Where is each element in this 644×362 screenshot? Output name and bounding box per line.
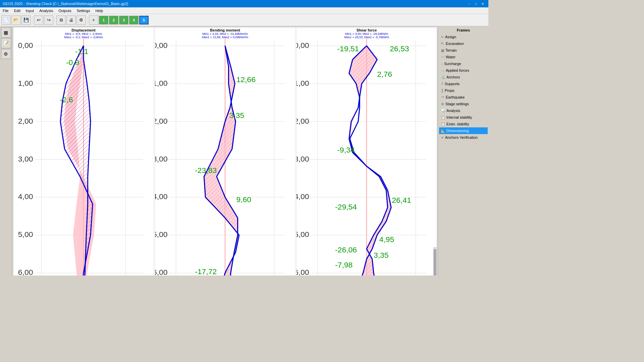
frame-icon-3: 〰	[441, 55, 444, 59]
frame-item-terrain[interactable]: ▦ Terrain	[439, 47, 488, 54]
main-layout: ▦ 📝 ⚙ Displacement Min1 = -0,5; Min2 = -…	[0, 26, 488, 276]
stage-5-button[interactable]: 5	[139, 16, 149, 24]
stage-3-button[interactable]: 3	[119, 16, 128, 24]
print-button[interactable]: 🖨	[66, 15, 76, 25]
frame-label-3: Water	[446, 55, 455, 59]
frame-item-stage-settings[interactable]: ⚙ Stage settings	[439, 101, 488, 107]
text-view-button[interactable]: 📝	[1, 38, 11, 48]
frame-label-8: Props	[445, 88, 454, 93]
frame-item-assign[interactable]: ✏ Assign	[439, 34, 488, 40]
menu-item-file[interactable]: File	[0, 7, 11, 14]
menu-item-edit[interactable]: Edit	[11, 7, 23, 14]
svg-text:-29,54: -29,54	[335, 202, 357, 211]
svg-text:5,00: 5,00	[18, 230, 33, 239]
frame-icon-14: 📐	[441, 129, 445, 133]
close-button[interactable]: ✕	[480, 1, 486, 6]
svg-text:26,53: 26,53	[390, 44, 409, 53]
bending-subtitle2: Max1 = 12,66; Max2 = 0,00kNm/m	[155, 36, 295, 39]
svg-text:-7,98: -7,98	[335, 260, 353, 269]
frame-item-anchors[interactable]: ⚓ Anchors	[439, 74, 488, 80]
gear-view-button[interactable]: ⚙	[1, 49, 11, 59]
svg-text:1,00: 1,00	[297, 79, 309, 87]
frame-item-supports[interactable]: ┴ Supports	[439, 80, 488, 87]
settings-button[interactable]: ⚙	[76, 15, 86, 25]
bending-svg: 0,00 1,00 2,00 3,00 4,00 5,00 6,00 7,00 …	[155, 39, 295, 276]
stage-4-button[interactable]: 4	[129, 16, 139, 24]
frame-label-5: Applied forces	[446, 68, 469, 72]
frame-label-9: Earthquake	[446, 95, 465, 99]
svg-text:3,00: 3,00	[297, 155, 309, 163]
frame-icon-0: ✏	[441, 35, 444, 39]
copy-button[interactable]: ⧉	[56, 15, 66, 25]
toolbar-separator-3	[87, 16, 88, 24]
menu-item-help[interactable]: Help	[93, 7, 106, 14]
bending-subtitle1: Min1 = 3,33; Min2 = -31,84kNm/m	[155, 32, 295, 36]
frame-item-surcharge[interactable]: ↓ Surcharge	[439, 60, 488, 67]
stage-2-button[interactable]: 2	[109, 16, 118, 24]
menu-item-analysis[interactable]: Analysis	[37, 7, 56, 14]
frame-label-0: Assign	[445, 35, 456, 39]
frame-label-14: Dimensioning	[446, 129, 469, 133]
minimize-button[interactable]: −	[466, 1, 472, 6]
frame-item-anchors-verification[interactable]: ✔ Anchors Verification	[439, 134, 488, 141]
svg-text:1,00: 1,00	[155, 79, 168, 87]
svg-text:5,00: 5,00	[297, 230, 309, 239]
frame-icon-12: 📋	[441, 116, 445, 119]
window-controls: − □ ✕	[466, 1, 486, 6]
shear-subtitle1: Min1 = 3,50; Min2 = -29,54kN/m	[297, 32, 437, 36]
table-view-button[interactable]: ▦	[1, 27, 11, 38]
frame-icon-5: →	[441, 69, 444, 72]
frame-item-dimensioning[interactable]: 📐 Dimensioning	[439, 127, 488, 134]
frame-item-earthquake[interactable]: 〜 Earthquake	[439, 94, 488, 101]
bending-title: Bending moment	[155, 27, 295, 32]
svg-text:2,00: 2,00	[155, 117, 168, 125]
undo-button[interactable]: ↩	[34, 15, 43, 25]
frame-item-water[interactable]: 〰 Water	[439, 54, 488, 60]
frame-item-excavation[interactable]: ⛏ Excavation	[439, 40, 488, 47]
charts-row: Displacement Min1 = -0,5; Min2 = -2,6mm …	[13, 27, 437, 276]
svg-text:4,00: 4,00	[297, 192, 309, 201]
new-button[interactable]: 📄	[1, 15, 11, 25]
frame-icon-10: ⚙	[441, 102, 444, 106]
frame-item-props[interactable]: ║ Props	[439, 87, 488, 94]
toolbar-separator-1	[32, 16, 33, 24]
frame-item-analysis[interactable]: 📊 Analysis	[439, 107, 488, 114]
svg-text:3,35: 3,35	[374, 251, 389, 259]
frame-item-applied-forces[interactable]: → Applied forces	[439, 67, 488, 74]
menu-item-input[interactable]: Input	[23, 7, 37, 14]
menu-item-outputs[interactable]: Outputs	[56, 7, 74, 14]
svg-text:-1,1: -1,1	[75, 47, 89, 56]
svg-text:-0,9: -0,9	[66, 58, 79, 67]
svg-text:12,66: 12,66	[236, 75, 256, 84]
svg-text:3,00: 3,00	[155, 155, 168, 163]
svg-text:6,00: 6,00	[297, 268, 309, 276]
svg-text:-23,83: -23,83	[195, 166, 217, 175]
maximize-button[interactable]: □	[473, 1, 479, 6]
displacement-subtitle2: Max1 = -0,1; Max2 = -0,8mm	[13, 36, 154, 39]
svg-text:1,00: 1,00	[18, 79, 33, 87]
frame-item-internal-stability[interactable]: 📋 Internal stability	[439, 114, 488, 121]
frames-list: ✏ Assign⛏ Excavation▦ Terrain〰 Water↓ Su…	[439, 34, 488, 141]
shear-svg: 0,00 1,00 2,00 3,00 4,00 5,00 6,00 7,00 …	[297, 39, 437, 276]
right-frames-panel: Frames ✏ Assign⛏ Excavation▦ Terrain〰 Wa…	[438, 26, 488, 276]
svg-text:9,60: 9,60	[236, 195, 251, 204]
frame-item-exter.-stability[interactable]: 📋 Exter. stability	[439, 121, 488, 127]
save-button[interactable]: 💾	[21, 15, 31, 25]
toolbar: 📄 📂 💾 ↩ ↪ ⧉ 🖨 ⚙ + 1 2 3 4 5	[0, 14, 488, 26]
menu-item-settings[interactable]: Settings	[74, 7, 93, 14]
redo-button[interactable]: ↪	[44, 15, 53, 25]
displacement-svg: 0,00 1,00 2,00 3,00 4,00 5,00 6,00 7,00 …	[13, 39, 154, 276]
svg-text:26,41: 26,41	[392, 196, 411, 204]
frame-icon-4: ↓	[441, 62, 443, 66]
svg-text:4,95: 4,95	[379, 235, 394, 244]
stage-1-button[interactable]: 1	[99, 16, 108, 24]
open-button[interactable]: 📂	[11, 15, 21, 25]
scrollbar[interactable]	[433, 247, 437, 276]
scroll-thumb[interactable]	[434, 249, 436, 276]
frame-label-13: Exter. stability	[446, 122, 469, 126]
add-stage-button[interactable]: +	[89, 15, 98, 25]
svg-text:0,00: 0,00	[18, 41, 33, 50]
displacement-chart: Displacement Min1 = -0,5; Min2 = -2,6mm …	[13, 27, 154, 276]
frame-icon-11: 📊	[441, 109, 445, 113]
menubar: FileEditInputAnalysisOutputsSettingsHelp	[0, 7, 488, 14]
